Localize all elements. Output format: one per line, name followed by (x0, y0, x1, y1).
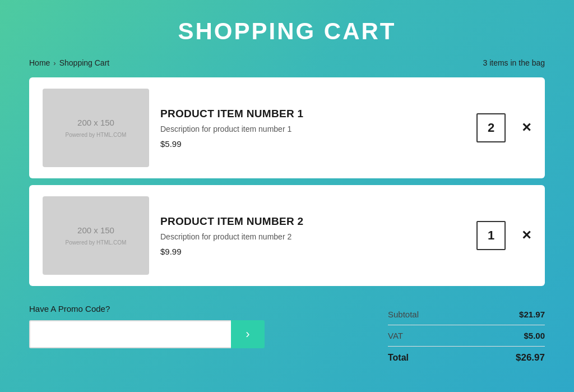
subtotal-label: Subtotal (388, 310, 419, 319)
promo-code-input[interactable] (29, 320, 231, 348)
total-value: $26.97 (516, 352, 545, 363)
product-info-1: PRODUCT ITEM NUMBER 1 Description for pr… (160, 108, 465, 149)
quantity-input-2[interactable]: 1 (476, 221, 506, 250)
total-row: Total $26.97 (388, 347, 545, 369)
promo-section: Have A Promo Code? › (29, 304, 265, 348)
remove-button-1[interactable]: ✕ (521, 122, 531, 134)
powered-by-label-1: Powered by HTML.COM (66, 132, 127, 138)
promo-label: Have A Promo Code? (29, 304, 265, 313)
quantity-input-1[interactable]: 2 (476, 113, 506, 142)
product-name-1: PRODUCT ITEM NUMBER 1 (160, 108, 465, 120)
total-label: Total (388, 353, 409, 363)
product-description-2: Description for product item number 2 (160, 232, 465, 241)
breadcrumb-bar: Home › Shopping Cart 3 items in the bag (29, 58, 545, 67)
product-name-2: PRODUCT ITEM NUMBER 2 (160, 215, 465, 228)
items-count: 3 items in the bag (483, 58, 545, 67)
table-row: 200 x 150 Powered by HTML.COM PRODUCT IT… (29, 77, 545, 178)
breadcrumb-home-link[interactable]: Home (29, 58, 50, 67)
vat-row: VAT $5.00 (388, 325, 545, 347)
promo-submit-icon: › (246, 327, 249, 342)
table-row: 200 x 150 Powered by HTML.COM PRODUCT IT… (29, 185, 545, 286)
breadcrumb: Home › Shopping Cart (29, 58, 109, 67)
breadcrumb-current: Shopping Cart (59, 58, 110, 67)
product-image-1: 200 x 150 Powered by HTML.COM (43, 89, 149, 167)
promo-input-row: › (29, 320, 265, 348)
product-price-1: $5.99 (160, 139, 465, 149)
item-controls-2: 1 ✕ (476, 221, 531, 250)
breadcrumb-chevron-icon: › (53, 59, 55, 67)
promo-submit-button[interactable]: › (231, 320, 265, 348)
cart-items-list: 200 x 150 Powered by HTML.COM PRODUCT IT… (29, 77, 545, 293)
vat-label: VAT (388, 331, 403, 340)
vat-value: $5.00 (524, 331, 545, 340)
subtotal-value: $21.97 (519, 310, 545, 319)
page-title: SHOPPING CART (29, 0, 545, 58)
product-image-2: 200 x 150 Powered by HTML.COM (43, 196, 149, 275)
image-size-label-2: 200 x 150 (77, 225, 114, 235)
remove-button-2[interactable]: ✕ (521, 229, 531, 242)
bottom-section: Have A Promo Code? › Subtotal $21.97 VAT… (29, 304, 545, 369)
product-price-2: $9.99 (160, 247, 465, 256)
powered-by-label-2: Powered by HTML.COM (66, 239, 127, 246)
item-controls-1: 2 ✕ (476, 113, 531, 142)
product-info-2: PRODUCT ITEM NUMBER 2 Description for pr… (160, 215, 465, 256)
order-summary: Subtotal $21.97 VAT $5.00 Total $26.97 (388, 304, 545, 369)
product-description-1: Description for product item number 1 (160, 124, 465, 133)
subtotal-row: Subtotal $21.97 (388, 304, 545, 325)
image-size-label-1: 200 x 150 (77, 118, 114, 127)
